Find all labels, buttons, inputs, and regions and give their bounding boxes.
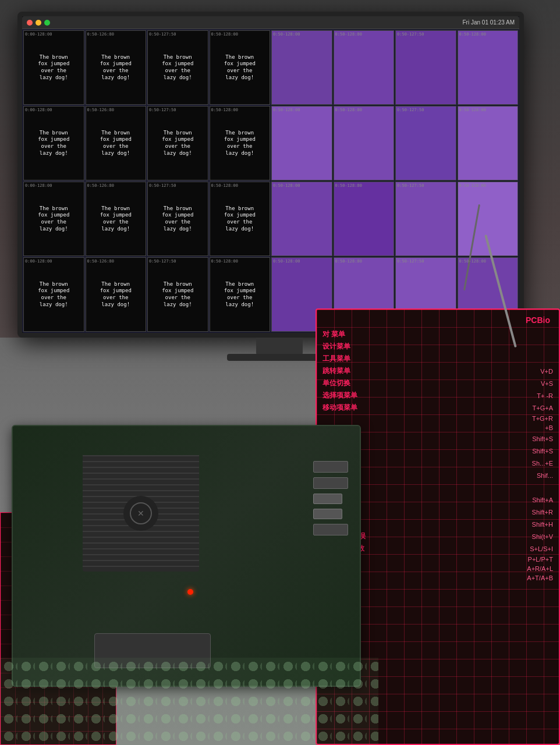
- pcb-item-shortcut: Shift+R: [532, 509, 553, 516]
- text-cell-content: The brownfox jumpedover thelazy dog!: [224, 205, 256, 233]
- grid-cell-0-0: 0:00-128:00The brownfox jumpedover thela…: [23, 30, 84, 105]
- led-indicator: [187, 589, 193, 595]
- heatsink: ✕: [83, 455, 199, 572]
- maximize-button[interactable]: [44, 20, 50, 26]
- cell-label: 0:50-128:00: [459, 259, 486, 264]
- pcb-item-shortcut: V+S: [541, 380, 553, 387]
- text-cell-content: The brownfox jumpedover thelazy dog!: [38, 205, 69, 233]
- grid-cell-0-5: 0:50-128:80: [334, 30, 395, 105]
- grid-cell-2-3: 0:50-128:00The brownfox jumpedover thela…: [210, 182, 271, 256]
- pcb-item-shortcut: A+T/A+B: [527, 574, 553, 581]
- pcb-item-shortcut: Shi(t+V: [532, 533, 553, 540]
- cell-label: 0:50-127:50: [149, 259, 176, 264]
- grid-cell-1-5: 0:50-128:80: [334, 106, 395, 180]
- grid-cell-2-0: 0:00-128:00The brownfox jumpedover thela…: [23, 182, 84, 256]
- pcb-item: 跳转菜单V+D: [322, 366, 553, 376]
- cell-label: 0:50-128:80: [335, 32, 362, 37]
- pcb-title: PCBio: [322, 315, 553, 325]
- pcb-item: 移动项菜单T+G+A: [322, 403, 553, 413]
- cell-label: 0:50-127:50: [397, 32, 424, 37]
- cell-label: 0:00-128:00: [25, 259, 52, 264]
- cell-label: 0:50-126:80: [87, 108, 114, 112]
- pcb-item-shortcut: A+R/A+L: [527, 565, 553, 572]
- pcb-item-shortcut: V+D: [540, 368, 553, 375]
- pcb-item: 工具菜单: [322, 354, 553, 364]
- bubble-wrap: [0, 658, 378, 745]
- pcb-item-shortcut: P+L/P+T: [528, 556, 553, 563]
- text-cell-content: The brownfox jumpedover thelazy dog!: [100, 130, 132, 157]
- port-usb-2: [313, 509, 342, 519]
- pcb-item-shortcut: Sh...+E: [532, 460, 553, 467]
- cell-label: 0:50-128:00: [273, 183, 300, 188]
- cell-label: 0:50-128:00: [273, 32, 300, 37]
- cell-label: 0:50-128:00: [459, 32, 486, 37]
- port-usb-1: [313, 494, 342, 504]
- grid-cell-0-6: 0:50-127:50: [395, 30, 456, 105]
- text-cell-content: The brownfox jumpedover thelazy dog!: [100, 281, 132, 308]
- text-cell-content: The brownfox jumpedover thelazy dog!: [38, 281, 69, 308]
- pcb-item: T+G+R: [322, 415, 553, 422]
- grid-cell-3-1: 0:50-126:80The brownfox jumpedover thela…: [86, 257, 147, 332]
- text-cell-content: The brownfox jumpedover thelazy dog!: [224, 281, 256, 308]
- topbar: Fri Jan 01 01:23 AM: [22, 16, 519, 29]
- text-cell-content: The brownfox jumpedover thelazy dog!: [38, 54, 69, 81]
- cell-label: 0:50-128:00: [273, 259, 300, 264]
- grid-cell-3-3: 0:50-128:00The brownfox jumpedover thela…: [210, 257, 271, 332]
- pcb-item-shortcut: Shift+H: [532, 521, 553, 528]
- grid-cell-2-5: 0:50-128:80: [334, 182, 395, 256]
- cell-label: 0:00-128:00: [25, 108, 52, 112]
- grid-cell-0-4: 0:50-128:00: [271, 30, 332, 105]
- text-cell-content: The brownfox jumpedover thelazy dog!: [38, 130, 69, 157]
- monitor: Fri Jan 01 01:23 AM 0:00-128:00The brown…: [17, 12, 524, 338]
- pcb-item-label: 单位切换: [322, 378, 350, 388]
- pcb-item: 选择项菜单T+ -R: [322, 391, 553, 400]
- grid-content: 0:00-128:00The brownfox jumpedover thela…: [22, 29, 519, 333]
- cell-label: 0:50-128:00: [211, 32, 238, 37]
- cell-label: 0:50-127:50: [397, 108, 424, 112]
- monitor-screen: Fri Jan 01 01:23 AM 0:00-128:00The brown…: [22, 16, 519, 333]
- grid-cell-1-7: 0:50-128:00: [458, 106, 519, 180]
- pcb-item: 单位切换V+S: [322, 378, 553, 388]
- cell-label: 0:00-128:00: [25, 183, 52, 188]
- grid-cell-0-2: 0:50-127:50The brownfox jumpedover thela…: [147, 30, 208, 105]
- pcb-item: 设计菜单: [322, 342, 553, 352]
- pcb-item-shortcut: T+G+A: [533, 405, 553, 411]
- grid-cell-1-4: 0:50-128:00: [271, 106, 332, 180]
- pcb-item-shortcut: Shift+A: [532, 496, 553, 503]
- pcb-item-shortcut: +B: [545, 424, 553, 431]
- cell-label: 0:50-126:80: [87, 259, 114, 264]
- pcb-item-shortcut: S+L/S+I: [530, 545, 553, 552]
- cell-label: 0:50-128:00: [459, 108, 486, 112]
- minimize-button[interactable]: [36, 20, 41, 26]
- pcb-item-label: 选择项菜单: [322, 391, 357, 400]
- grid-cell-2-2: 0:50-127:50The brownfox jumpedover thela…: [147, 182, 208, 256]
- port-dp: [313, 477, 348, 489]
- topbar-time: Fri Jan 01 01:23 AM: [463, 19, 515, 26]
- grid-cell-1-1: 0:50-126:80The brownfox jumpedover thela…: [86, 106, 147, 180]
- cell-label: 0:50-127:50: [397, 259, 424, 264]
- grid-cell-1-6: 0:50-127:50: [395, 106, 456, 180]
- text-cell-content: The brownfox jumpedover thelazy dog!: [162, 130, 193, 157]
- board-ports: [313, 461, 348, 535]
- text-cell-content: The brownfox jumpedover thelazy dog!: [224, 130, 256, 157]
- port-eth: [313, 524, 348, 535]
- pcb-item-shortcut: Shif...: [537, 472, 553, 479]
- cell-label: 0:50-128:00: [211, 183, 238, 188]
- grid-cell-1-0: 0:00-128:00The brownfox jumpedover thela…: [23, 106, 84, 180]
- svg-text:✕: ✕: [137, 509, 144, 518]
- grid-cell-1-3: 0:50-128:00The brownfox jumpedover thela…: [210, 106, 271, 180]
- pcb-item: 对 菜单: [322, 329, 553, 339]
- cell-label: 0:50-128:80: [335, 108, 362, 112]
- text-cell-content: The brownfox jumpedover thelazy dog!: [224, 54, 256, 81]
- pcb-item-label: 对 菜单: [322, 329, 345, 339]
- window-controls: [27, 20, 50, 26]
- pcb-item-shortcut: T+ -R: [537, 392, 553, 399]
- text-cell-content: The brownfox jumpedover thelazy dog!: [162, 281, 193, 308]
- cell-label: 0:50-128:00: [211, 259, 238, 264]
- cell-label: 0:50-127:50: [149, 183, 176, 188]
- fpga-board: ✕: [12, 425, 361, 687]
- grid-cell-0-3: 0:50-128:00The brownfox jumpedover thela…: [210, 30, 271, 105]
- grid-cell-1-2: 0:50-127:50The brownfox jumpedover thela…: [147, 106, 208, 180]
- grid-cell-0-7: 0:50-128:00: [458, 30, 519, 105]
- close-button[interactable]: [27, 20, 33, 26]
